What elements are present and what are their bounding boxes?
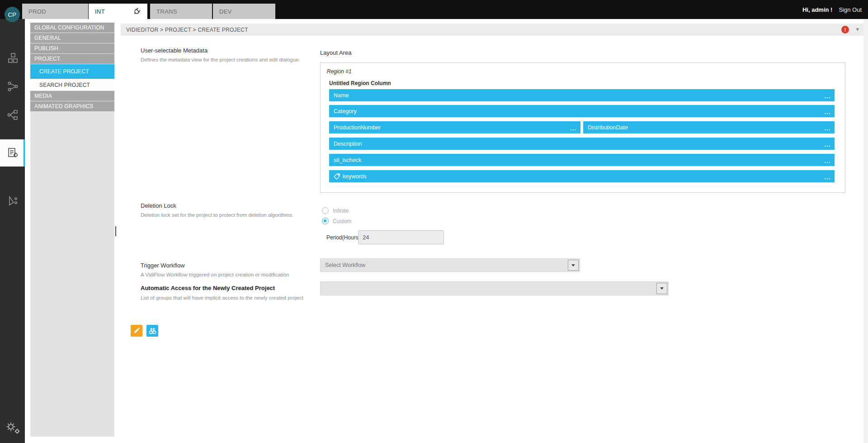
region-column-title: Untitled Region Column [329,80,391,86]
app-root: PROD INT TRANS DEV Hi, admin ! Sign Out … [0,0,868,443]
metadata-section-title: User-selectable Metadata [141,47,208,54]
deletion-lock-description: Deletion lock set for the project to pro… [141,212,293,218]
edit-button[interactable] [131,325,142,337]
config-sidebar: GLOBAL CONFIGURATION GENERAL PUBLISH PRO… [30,23,114,437]
layout-area-label: Layout Area [320,49,351,56]
environment-tabs: PROD INT TRANS DEV [22,4,275,19]
breadcrumb: VIDIEDITOR > PROJECT > CREATE PROJECT [126,27,248,33]
sign-out-link[interactable]: Sign Out [839,6,862,13]
sidebar-item-media[interactable]: MEDIA [30,91,114,101]
auto-access-dropdown[interactable] [320,281,669,295]
tab-dev-label: DEV [219,8,232,15]
metadata-field-stl-ischeck[interactable]: stl_ischeck ... [329,154,835,166]
avatar[interactable]: CP [5,7,20,22]
metadata-field-name[interactable]: Name ... [329,89,835,101]
playout-icon[interactable] [0,192,25,210]
error-badge[interactable]: ! [841,26,849,33]
metadata-section-description: Defines the metadata view for the projec… [141,57,300,62]
network-icon[interactable] [0,77,25,95]
deletion-lock-title: Deletion Lock [141,202,176,209]
workflow-icon[interactable] [0,106,25,124]
radio-circle-infinite[interactable] [322,207,329,214]
workflow-dropdown[interactable]: Select Workflow [320,258,580,272]
metadata-field-productionnumber[interactable]: ProductionNumber ... [329,121,580,133]
assets-icon[interactable] [0,49,25,67]
right-margin [863,19,868,443]
field-more-handle[interactable]: ... [824,94,835,101]
metadata-field-category[interactable]: Category ... [329,105,835,117]
workflow-dropdown-arrow-button[interactable] [568,260,579,271]
tab-prod-label: PROD [28,8,46,15]
auto-access-description: List of groups that will have implicit a… [141,295,303,300]
tag-icon [334,173,340,180]
tab-prod[interactable]: PROD [22,4,88,19]
trigger-workflow-title: Trigger Workflow [141,262,185,269]
pencil-icon [133,327,140,334]
chevron-down-icon[interactable]: ▾ [856,26,859,33]
metadata-field-keywords[interactable]: keywords ... [329,170,835,182]
workflow-dropdown-value: Select Workflow [325,262,365,268]
settings-gears-icon[interactable] [0,417,25,438]
user-greeting: Hi, admin ! [802,6,832,13]
field-more-handle[interactable]: ... [824,110,835,117]
plug-icon [133,7,141,17]
tab-trans-label: TRANS [156,8,177,15]
tab-trans[interactable]: TRANS [150,4,212,19]
caret-down-icon [660,287,664,290]
field-more-handle[interactable]: ... [824,126,835,133]
metadata-field-description[interactable]: Description ... [329,138,835,150]
layout-area-canvas[interactable]: Region #1 Untitled Region Column Name ..… [320,62,845,193]
tab-dev[interactable]: DEV [213,4,275,19]
auto-access-dropdown-arrow-button[interactable] [656,283,667,294]
radio-infinite[interactable]: Infinite [322,207,349,214]
sidebar-item-animated-graphics[interactable]: ANIMATED GRAPHICS [30,101,114,111]
field-more-handle[interactable]: ... [824,159,835,166]
user-area: Hi, admin ! Sign Out [802,0,862,19]
field-more-handle[interactable]: ... [570,126,580,133]
binoculars-icon [149,327,156,335]
sidebar-item-global-configuration[interactable]: GLOBAL CONFIGURATION [30,23,114,33]
app-rail [0,19,25,443]
sidebar-item-general[interactable]: GENERAL [30,33,114,43]
preview-button[interactable] [146,325,158,337]
tab-int[interactable]: INT [89,4,147,19]
radio-custom[interactable]: Custom [322,218,351,224]
top-bar: PROD INT TRANS DEV Hi, admin ! Sign Out [0,0,868,19]
field-more-handle[interactable]: ... [824,143,835,150]
auto-access-title: Automatic Access for the Newly Created P… [141,285,275,291]
radio-custom-label: Custom [333,218,351,224]
radio-circle-custom[interactable] [322,218,329,224]
sidebar-splitter-handle[interactable] [115,226,116,236]
radio-infinite-label: Infinite [333,208,349,214]
sidebar-item-search-project[interactable]: SEARCH PROJECT [30,79,114,91]
sidebar-item-publish[interactable]: PUBLISH [30,43,114,53]
region-title: Region #1 [327,68,352,75]
sidebar-item-project[interactable]: PROJECT [30,54,114,64]
period-hours-label: Period(Hours) [326,234,360,241]
metadata-field-distributiondate[interactable]: DistributionDate ... [583,121,835,133]
sidebar-item-create-project[interactable]: CREATE PROJECT [30,64,114,79]
trigger-workflow-description: A VidiFlow Workflow triggered on project… [141,272,289,277]
caret-down-icon [571,264,575,267]
breadcrumb-bar: VIDIEDITOR > PROJECT > CREATE PROJECT ! … [121,24,863,36]
tab-int-label: INT [95,8,105,15]
field-more-handle[interactable]: ... [824,175,835,182]
period-hours-input[interactable] [358,230,444,244]
project-config-icon[interactable] [0,139,25,167]
